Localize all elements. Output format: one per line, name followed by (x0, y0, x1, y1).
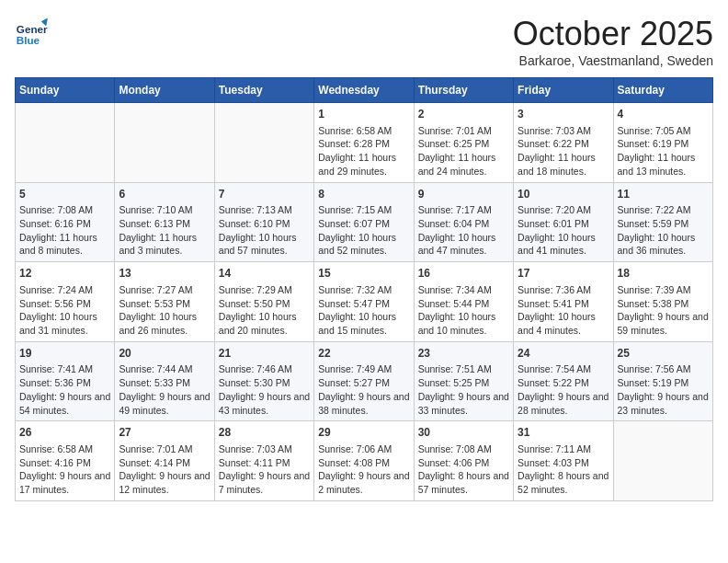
day-info: Sunset: 4:03 PM (518, 456, 609, 470)
day-info: Sunrise: 7:20 AM (518, 203, 609, 217)
day-info: Sunset: 5:30 PM (219, 376, 310, 390)
day-info: Daylight: 9 hours and 2 minutes. (318, 469, 409, 496)
week-row-4: 19Sunrise: 7:41 AMSunset: 5:36 PMDayligh… (16, 341, 713, 421)
calendar-cell: 30Sunrise: 7:08 AMSunset: 4:06 PMDayligh… (414, 421, 513, 501)
day-info: Daylight: 9 hours and 43 minutes. (219, 390, 310, 417)
day-info: Sunset: 4:14 PM (119, 456, 210, 470)
day-info: Sunset: 4:11 PM (219, 456, 310, 470)
month-title: October 2025 (513, 15, 713, 53)
weekday-header-tuesday: Tuesday (214, 78, 313, 103)
calendar-cell: 9Sunrise: 7:17 AMSunset: 6:04 PMDaylight… (414, 182, 513, 262)
day-info: Sunrise: 7:13 AM (219, 203, 310, 217)
week-row-3: 12Sunrise: 7:24 AMSunset: 5:56 PMDayligh… (16, 262, 713, 342)
day-info: Sunrise: 7:01 AM (418, 124, 509, 138)
day-number: 19 (19, 346, 110, 362)
day-info: Sunset: 6:16 PM (19, 217, 110, 231)
day-info: Sunrise: 7:39 AM (618, 283, 709, 297)
day-info: Daylight: 9 hours and 33 minutes. (418, 390, 509, 417)
calendar-cell: 18Sunrise: 7:39 AMSunset: 5:38 PMDayligh… (613, 262, 712, 342)
day-info: Sunset: 5:56 PM (19, 297, 110, 311)
calendar-cell: 10Sunrise: 7:20 AMSunset: 6:01 PMDayligh… (514, 182, 613, 262)
weekday-header-wednesday: Wednesday (314, 78, 414, 103)
day-info: Sunrise: 7:51 AM (418, 362, 509, 376)
day-number: 14 (219, 266, 310, 282)
calendar-cell: 21Sunrise: 7:46 AMSunset: 5:30 PMDayligh… (214, 341, 313, 421)
day-number: 24 (518, 346, 609, 362)
day-number: 7 (219, 187, 310, 202)
day-info: Daylight: 10 hours and 10 minutes. (418, 310, 509, 337)
day-info: Daylight: 9 hours and 49 minutes. (119, 390, 210, 417)
day-info: Sunrise: 7:10 AM (119, 203, 210, 217)
day-number: 25 (618, 346, 709, 362)
calendar-cell: 28Sunrise: 7:03 AMSunset: 4:11 PMDayligh… (214, 421, 313, 501)
calendar-cell: 3Sunrise: 7:03 AMSunset: 6:22 PMDaylight… (514, 103, 613, 183)
calendar-cell: 11Sunrise: 7:22 AMSunset: 5:59 PMDayligh… (613, 182, 712, 262)
day-info: Sunrise: 7:49 AM (318, 362, 409, 376)
calendar-cell: 17Sunrise: 7:36 AMSunset: 5:41 PMDayligh… (514, 262, 613, 342)
calendar-cell: 2Sunrise: 7:01 AMSunset: 6:25 PMDaylight… (414, 103, 513, 183)
day-info: Sunrise: 6:58 AM (19, 442, 110, 456)
day-info: Sunset: 5:44 PM (418, 297, 509, 311)
calendar-cell: 15Sunrise: 7:32 AMSunset: 5:47 PMDayligh… (314, 262, 414, 342)
calendar-cell: 5Sunrise: 7:08 AMSunset: 6:16 PMDaylight… (16, 182, 115, 262)
calendar-cell: 25Sunrise: 7:56 AMSunset: 5:19 PMDayligh… (613, 341, 712, 421)
day-info: Sunset: 5:53 PM (119, 297, 210, 311)
calendar-cell (16, 103, 115, 183)
weekday-header-thursday: Thursday (414, 78, 513, 103)
day-info: Sunrise: 7:44 AM (119, 362, 210, 376)
day-info: Daylight: 10 hours and 31 minutes. (19, 310, 110, 337)
day-info: Sunrise: 7:08 AM (418, 442, 509, 456)
weekday-header-friday: Friday (514, 78, 613, 103)
day-info: Sunrise: 7:11 AM (518, 442, 609, 456)
svg-text:Blue: Blue (17, 34, 40, 46)
day-info: Daylight: 10 hours and 4 minutes. (518, 310, 609, 337)
day-number: 12 (19, 266, 110, 282)
day-info: Sunset: 6:01 PM (518, 217, 609, 231)
day-number: 11 (618, 187, 709, 202)
day-info: Daylight: 10 hours and 26 minutes. (119, 310, 210, 337)
day-info: Sunrise: 7:29 AM (219, 283, 310, 297)
day-info: Sunset: 5:27 PM (318, 376, 409, 390)
day-number: 23 (418, 346, 509, 362)
day-info: Sunrise: 7:24 AM (19, 283, 110, 297)
day-info: Sunset: 6:13 PM (119, 217, 210, 231)
day-info: Sunset: 4:06 PM (418, 456, 509, 470)
day-number: 13 (119, 266, 210, 282)
day-info: Sunrise: 6:58 AM (318, 124, 409, 138)
day-number: 9 (418, 187, 509, 202)
logo-icon: General Blue (15, 15, 48, 48)
day-info: Daylight: 9 hours and 17 minutes. (19, 469, 110, 496)
day-info: Daylight: 10 hours and 57 minutes. (219, 231, 310, 258)
calendar-cell: 29Sunrise: 7:06 AMSunset: 4:08 PMDayligh… (314, 421, 414, 501)
day-number: 8 (318, 187, 409, 202)
day-number: 28 (219, 425, 310, 441)
day-info: Sunrise: 7:17 AM (418, 203, 509, 217)
day-info: Sunrise: 7:22 AM (618, 203, 709, 217)
calendar-cell (214, 103, 313, 183)
day-number: 27 (119, 425, 210, 441)
day-info: Sunset: 6:07 PM (318, 217, 409, 231)
day-info: Daylight: 11 hours and 24 minutes. (418, 151, 509, 178)
day-number: 22 (318, 346, 409, 362)
weekday-header-row: SundayMondayTuesdayWednesdayThursdayFrid… (16, 78, 713, 103)
calendar-cell: 16Sunrise: 7:34 AMSunset: 5:44 PMDayligh… (414, 262, 513, 342)
day-info: Sunrise: 7:05 AM (618, 124, 709, 138)
day-number: 26 (19, 425, 110, 441)
week-row-2: 5Sunrise: 7:08 AMSunset: 6:16 PMDaylight… (16, 182, 713, 262)
day-info: Sunrise: 7:41 AM (19, 362, 110, 376)
day-info: Daylight: 9 hours and 28 minutes. (518, 390, 609, 417)
day-number: 5 (19, 187, 110, 202)
day-info: Sunset: 5:38 PM (618, 297, 709, 311)
day-number: 1 (318, 107, 409, 122)
day-info: Daylight: 9 hours and 59 minutes. (618, 310, 709, 337)
calendar-cell: 6Sunrise: 7:10 AMSunset: 6:13 PMDaylight… (115, 182, 214, 262)
day-info: Sunrise: 7:36 AM (518, 283, 609, 297)
day-number: 3 (518, 107, 609, 122)
calendar-cell (115, 103, 214, 183)
day-number: 18 (618, 266, 709, 282)
calendar-cell: 23Sunrise: 7:51 AMSunset: 5:25 PMDayligh… (414, 341, 513, 421)
day-info: Daylight: 11 hours and 8 minutes. (19, 231, 110, 258)
day-info: Sunset: 4:08 PM (318, 456, 409, 470)
day-info: Sunrise: 7:15 AM (318, 203, 409, 217)
day-info: Sunset: 5:19 PM (618, 376, 709, 390)
